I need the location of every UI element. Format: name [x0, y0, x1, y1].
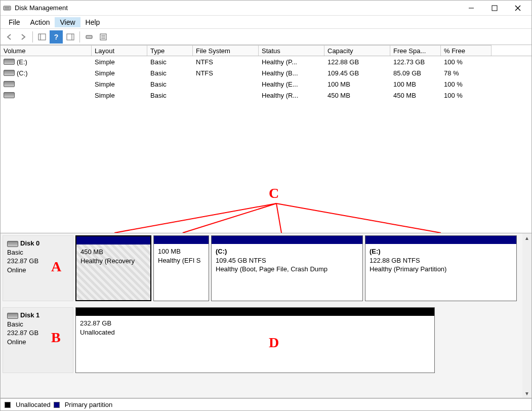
col-free-space[interactable]: Free Spa...: [390, 45, 441, 56]
volume-capacity: 122.88 GB: [324, 56, 390, 67]
volume-type: Basic: [147, 90, 193, 101]
scroll-down-icon[interactable]: ▼: [522, 389, 531, 398]
volume-row[interactable]: SimpleBasicHealthy (R...450 MB450 MB100 …: [1, 90, 531, 101]
col-type[interactable]: Type: [147, 45, 193, 56]
legend-label-unallocated: Unallocated: [16, 401, 51, 408]
partition[interactable]: 100 MBHealthy (EFI S: [153, 235, 209, 301]
disk-info[interactable]: Disk 0Basic232.87 GBOnline: [3, 235, 73, 301]
volume-pct-free: 100 %: [441, 90, 492, 101]
volume-row[interactable]: (C:)SimpleBasicNTFSHealthy (B...109.45 G…: [1, 67, 531, 78]
partition-header-primary: [212, 236, 362, 244]
volume-row[interactable]: (E:)SimpleBasicNTFSHealthy (P...122.88 G…: [1, 56, 531, 67]
volume-filesystem: NTFS: [193, 67, 259, 78]
volume-row[interactable]: SimpleBasicHealthy (E...100 MB100 MB100 …: [1, 78, 531, 90]
forward-button[interactable]: [17, 30, 30, 44]
legend-label-primary: Primary partition: [65, 401, 113, 408]
volume-pct-free: 100 %: [441, 56, 492, 67]
volume-pct-free: 100 %: [441, 78, 492, 90]
volume-filesystem: NTFS: [193, 56, 259, 67]
vertical-scrollbar[interactable]: ▲ ▼: [522, 233, 531, 398]
volume-name: (C:): [1, 67, 92, 78]
annotation-line: [276, 203, 441, 233]
volume-name: (E:): [1, 56, 92, 67]
window-title: Disk Management: [15, 4, 68, 12]
volume-layout: Simple: [92, 67, 147, 78]
volume-name: [1, 90, 92, 101]
scroll-up-icon[interactable]: ▲: [522, 233, 531, 242]
volume-icon: [4, 92, 15, 98]
volume-free-space: 100 MB: [390, 78, 441, 90]
volume-free-space: 122.73 GB: [390, 56, 441, 67]
menu-bar: File Action View Help: [1, 16, 531, 29]
annotation-line: [114, 203, 276, 233]
volume-icon: [4, 59, 15, 65]
annotation-line: [276, 203, 282, 233]
minimize-button[interactable]: [460, 1, 483, 16]
volume-pct-free: 78 %: [441, 67, 492, 78]
volume-name: [1, 78, 92, 90]
volume-capacity: 100 MB: [324, 78, 390, 90]
close-button[interactable]: [506, 1, 529, 16]
disk-info[interactable]: Disk 1Basic232.87 GBOnline: [3, 307, 73, 373]
col-status[interactable]: Status: [259, 45, 324, 56]
volume-icon: [4, 70, 15, 76]
col-layout[interactable]: Layout: [92, 45, 147, 56]
partition[interactable]: 450 MBHealthy (Recovery: [75, 235, 151, 301]
volume-layout: Simple: [92, 78, 147, 90]
disk-icon: [7, 241, 18, 247]
svg-rect-7: [38, 34, 46, 40]
volume-status: Healthy (B...: [259, 67, 324, 78]
partition-body: 232.87 GBUnallocated: [76, 316, 434, 373]
partition-header-unallocated: [76, 308, 434, 316]
volume-icon: [4, 81, 15, 87]
help-button[interactable]: ?: [50, 30, 63, 44]
toolbar-separator: [32, 31, 33, 43]
volume-status: Healthy (E...: [259, 78, 324, 90]
partition[interactable]: 232.87 GBUnallocated: [75, 307, 435, 373]
volume-type: Basic: [147, 56, 193, 67]
partition[interactable]: (E:)122.88 GB NTFSHealthy (Primary Parti…: [365, 235, 517, 301]
volume-capacity: 109.45 GB: [324, 67, 390, 78]
svg-rect-9: [67, 34, 74, 40]
col-volume[interactable]: Volume: [1, 45, 92, 56]
refresh-button[interactable]: [83, 30, 96, 44]
volume-filesystem: [193, 78, 259, 90]
partition-header-primary: [154, 236, 209, 244]
toolbar: ?: [1, 29, 531, 45]
svg-rect-2: [5, 9, 10, 9]
maximize-button[interactable]: [483, 1, 506, 16]
properties-button[interactable]: [97, 30, 110, 44]
disk-management-window: Disk Management File Action View Help ? …: [0, 0, 532, 411]
volume-layout: Simple: [92, 56, 147, 67]
partition[interactable]: (C:)109.45 GB NTFSHealthy (Boot, Page Fi…: [211, 235, 363, 301]
col-pct-free[interactable]: % Free: [441, 45, 492, 56]
show-hide-action-pane-button[interactable]: [64, 30, 77, 44]
app-icon: [3, 4, 12, 13]
disk-map: Disk 0Basic232.87 GBOnline450 MBHealthy …: [1, 233, 531, 398]
menu-file[interactable]: File: [4, 17, 25, 27]
back-button[interactable]: [3, 30, 16, 44]
volume-filesystem: [193, 90, 259, 101]
volume-status: Healthy (P...: [259, 56, 324, 67]
show-hide-console-tree-button[interactable]: [35, 30, 49, 44]
volume-list-header: Volume Layout Type File System Status Ca…: [1, 45, 531, 56]
legend: Unallocated Primary partition: [1, 398, 531, 410]
menu-action[interactable]: Action: [25, 17, 55, 27]
partition-body: 100 MBHealthy (EFI S: [154, 244, 209, 301]
svg-rect-4: [492, 6, 497, 11]
menu-view[interactable]: View: [55, 17, 80, 27]
title-bar: Disk Management: [1, 1, 531, 16]
volume-type: Basic: [147, 78, 193, 90]
volume-free-space: 450 MB: [390, 90, 441, 101]
volume-status: Healthy (R...: [259, 90, 324, 101]
volume-list[interactable]: (E:)SimpleBasicNTFSHealthy (P...122.88 G…: [1, 56, 531, 233]
partition-strip: 450 MBHealthy (Recovery100 MBHealthy (EF…: [73, 235, 527, 301]
volume-capacity: 450 MB: [324, 90, 390, 101]
volume-layout: Simple: [92, 90, 147, 101]
col-capacity[interactable]: Capacity: [324, 45, 390, 56]
volume-type: Basic: [147, 67, 193, 78]
menu-help[interactable]: Help: [80, 17, 105, 27]
col-filesystem[interactable]: File System: [193, 45, 259, 56]
svg-rect-11: [86, 35, 92, 38]
partition-header-primary: [365, 236, 516, 244]
